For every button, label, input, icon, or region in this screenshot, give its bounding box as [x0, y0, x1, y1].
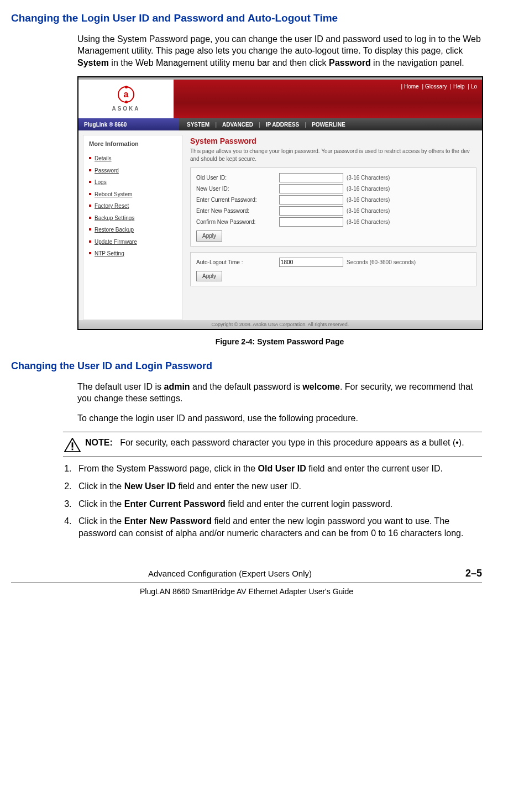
footer-guide-title: PlugLAN 8660 SmartBridge AV Ethernet Ada…	[11, 583, 482, 597]
hint-new-user-id: (3-16 Characters)	[347, 185, 390, 193]
menu-powerline[interactable]: POWERLINE	[312, 121, 345, 129]
text: in the navigation panel.	[371, 58, 464, 67]
page-footer: Advanced Configuration (Expert Users Onl…	[11, 567, 482, 596]
note-label: NOTE:	[85, 438, 113, 447]
menu-system[interactable]: SYSTEM	[187, 121, 209, 129]
label-new-password: Enter New Password:	[196, 207, 279, 215]
header-area: a ASOKA |Home |Glossary |Help |Lo	[78, 80, 482, 118]
svg-rect-2	[72, 449, 74, 450]
note-block: NOTE: For security, each password charac…	[63, 432, 482, 457]
bold-welcome: welcome	[302, 382, 340, 391]
menu-ipaddress[interactable]: IP ADDRESS	[266, 121, 300, 129]
text: Click in the	[78, 481, 124, 491]
bold-enter-current-password: Enter Current Password	[124, 499, 226, 509]
label-current-password: Enter Current Password:	[196, 196, 279, 204]
sidebar-item-backup-settings[interactable]: Backup Settings	[89, 212, 176, 224]
text: in the Web Management utility menu bar a…	[109, 58, 329, 67]
bold-new-user-id: New User ID	[124, 481, 176, 491]
sidebar-title: More Information	[89, 140, 176, 148]
label-confirm-password: Confirm New Password:	[196, 218, 279, 226]
input-new-password[interactable]	[279, 206, 343, 216]
hint-old-user-id: (3-16 Characters)	[347, 174, 390, 182]
intro-paragraph: Using the System Password page, you can …	[77, 33, 482, 69]
input-new-user-id[interactable]	[279, 184, 343, 193]
password-form-box: Old User ID: (3-16 Characters) New User …	[190, 167, 476, 247]
text: The default user ID is	[77, 382, 164, 391]
link-home[interactable]: Home	[404, 83, 419, 90]
sidebar: More Information Details Password Logs R…	[83, 135, 182, 320]
procedure-intro: To change the login user ID and password…	[77, 412, 482, 425]
figure-caption: Figure 2-4: System Password Page	[77, 337, 482, 347]
bold-old-user-id: Old User ID	[258, 464, 306, 473]
link-help[interactable]: Help	[453, 83, 465, 90]
text: and the default password is	[190, 382, 303, 391]
link-logout-truncated[interactable]: Lo	[471, 83, 477, 90]
bold-password: Password	[329, 58, 371, 67]
sidebar-item-details[interactable]: Details	[89, 153, 176, 165]
banner-links: |Home |Glossary |Help |Lo	[401, 83, 479, 91]
input-confirm-password[interactable]	[279, 217, 343, 227]
text: field and enter the new user ID.	[176, 481, 301, 491]
product-label: PlugLink ® 8660	[78, 118, 179, 130]
content-title: System Password	[190, 136, 476, 146]
asoka-logo-icon: a	[118, 86, 134, 103]
input-autologout[interactable]	[279, 258, 343, 267]
main-menu: SYSTEM| ADVANCED| IP ADDRESS| POWERLINE	[179, 118, 482, 130]
note-text: NOTE: For security, each password charac…	[82, 437, 482, 452]
asoka-logo-text: ASOKA	[112, 105, 140, 113]
sidebar-item-ntp-setting[interactable]: NTP Setting	[89, 248, 176, 260]
logo-area: a ASOKA	[78, 80, 174, 118]
note-body: For security, each password character yo…	[120, 438, 464, 447]
sidebar-item-update-firmware[interactable]: Update Firmware	[89, 236, 176, 248]
main-content: System Password This page allows you to …	[182, 130, 482, 320]
text: field and enter the current user ID.	[306, 464, 443, 473]
label-old-user-id: Old User ID:	[196, 174, 279, 182]
body-area: More Information Details Password Logs R…	[78, 130, 482, 320]
page-number: 2–5	[449, 567, 482, 580]
apply-password-button[interactable]: Apply	[196, 230, 222, 242]
text: field and enter the current login passwo…	[226, 499, 392, 509]
text: Using the System Password page, you can …	[77, 34, 481, 56]
input-old-user-id[interactable]	[279, 173, 343, 182]
sidebar-item-logs[interactable]: Logs	[89, 176, 176, 188]
section-heading-2: Changing the User ID and Login Password	[11, 359, 482, 373]
bold-system: System	[77, 58, 109, 67]
hint-new-password: (3-16 Characters)	[347, 207, 390, 215]
step-2: Click in the New User ID field and enter…	[74, 480, 482, 493]
sidebar-item-reboot[interactable]: Reboot System	[89, 188, 176, 201]
menu-advanced[interactable]: ADVANCED	[222, 121, 253, 129]
hint-confirm-password: (3-16 Characters)	[347, 218, 390, 226]
apply-autologout-button[interactable]: Apply	[196, 271, 222, 282]
text: Click in the	[78, 499, 124, 509]
step-3: Click in the Enter Current Password fiel…	[74, 498, 482, 510]
text: Click in the	[78, 516, 124, 526]
sidebar-item-restore-backup[interactable]: Restore Backup	[89, 224, 176, 236]
sidebar-item-password[interactable]: Password	[89, 165, 176, 177]
figure-screenshot: a ASOKA |Home |Glossary |Help |Lo PlugLi…	[77, 76, 482, 347]
hint-current-password: (3-16 Characters)	[347, 196, 390, 204]
red-banner: |Home |Glossary |Help |Lo	[174, 80, 482, 118]
footer-chapter-title: Advanced Configuration (Expert Users Onl…	[11, 568, 449, 579]
menu-bar: PlugLink ® 8660 SYSTEM| ADVANCED| IP ADD…	[78, 118, 482, 130]
sidebar-item-factory-reset[interactable]: Factory Reset	[89, 200, 176, 212]
text: From the System Password page, click in …	[78, 464, 258, 473]
content-description: This page allows you to change your logi…	[190, 148, 476, 163]
link-glossary[interactable]: Glossary	[425, 83, 447, 90]
step-1: From the System Password page, click in …	[74, 463, 482, 475]
default-credentials-paragraph: The default user ID is admin and the def…	[77, 381, 482, 405]
input-current-password[interactable]	[279, 195, 343, 205]
section-heading-1: Changing the Login User ID and Password …	[11, 11, 482, 25]
hint-autologout: Seconds (60-3600 seconds)	[347, 259, 416, 266]
screenshot-container: a ASOKA |Home |Glossary |Help |Lo PlugLi…	[77, 76, 483, 330]
label-autologout: Auto-Logout Time :	[196, 259, 279, 266]
svg-rect-1	[72, 443, 74, 448]
screenshot-footer: Copyright © 2008. Asoka USA Corporation.…	[78, 320, 482, 329]
step-4: Click in the Enter New Password field an…	[74, 515, 482, 539]
autologout-form-box: Auto-Logout Time : Seconds (60-3600 seco…	[190, 252, 476, 287]
bold-enter-new-password: Enter New Password	[124, 516, 212, 526]
bold-admin: admin	[164, 382, 190, 391]
warning-icon	[63, 437, 82, 452]
label-new-user-id: New User ID:	[196, 185, 279, 193]
procedure-steps: From the System Password page, click in …	[74, 463, 482, 539]
